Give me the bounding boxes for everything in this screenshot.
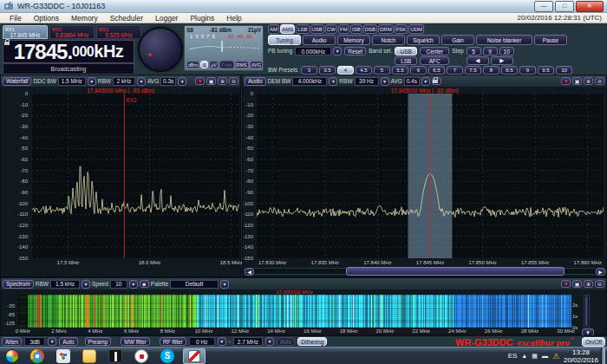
scrollbar-thumb[interactable] — [346, 267, 565, 276]
bw-preset-button[interactable]: 7.5 — [465, 66, 481, 75]
bw-preset-button[interactable]: 3 — [301, 66, 317, 75]
close-button[interactable]: ✕ — [576, 1, 604, 12]
rf-filter-to[interactable]: 2.7 MHz — [233, 337, 263, 346]
wideband-waterfall[interactable] — [17, 295, 571, 328]
onoff-button[interactable]: On/Off — [582, 337, 605, 347]
warning-icon[interactable]: ⚠ — [552, 352, 559, 361]
rf-filter-from[interactable]: 0 Hz — [189, 337, 215, 346]
save-icon[interactable]: ▣ — [206, 77, 216, 85]
language-indicator[interactable]: ES — [508, 352, 518, 360]
mode-button[interactable]: FSK — [395, 24, 408, 34]
pb-tuning-value[interactable]: 0.000kHz — [295, 47, 331, 55]
bw-preset-button[interactable]: 7 — [447, 66, 463, 75]
menu-item[interactable]: Memory — [65, 14, 104, 23]
sideband-button[interactable]: LSB — [395, 56, 417, 65]
lock-icon[interactable] — [432, 77, 441, 85]
mode-button[interactable]: DRM — [378, 24, 394, 34]
bw-preset-button[interactable]: 9.5 — [538, 66, 554, 75]
center-button[interactable]: Center — [420, 47, 449, 55]
waterfall-view-button[interactable]: Waterfall — [3, 77, 31, 86]
chevron-down-icon[interactable]: ▼ — [88, 77, 96, 86]
avg-value[interactable]: 0.3s — [160, 77, 176, 86]
show-desktop-button[interactable] — [601, 348, 605, 364]
menu-item[interactable]: File — [3, 14, 28, 23]
chevron-down-icon[interactable]: ▼ — [381, 77, 389, 86]
preamp-button[interactable]: Preamp — [85, 337, 112, 346]
mode-button[interactable]: CW — [325, 24, 337, 34]
frequency-scrollbar[interactable]: ◀ ▶ — [245, 267, 605, 276]
settings-tab[interactable]: Gain — [441, 35, 474, 45]
taskbar-skype-icon[interactable]: S — [160, 349, 174, 363]
chevron-down-icon[interactable]: ▼ — [82, 280, 90, 289]
step-up-icon[interactable]: ▶ — [491, 56, 513, 65]
marker-icon[interactable]: ▼ — [195, 77, 205, 85]
bw-preset-button[interactable]: 6 — [410, 66, 427, 75]
mode-button[interactable]: AMS — [280, 24, 295, 34]
minimize-button[interactable]: — — [534, 1, 553, 12]
tray-network-icon[interactable]: ▦ — [532, 353, 538, 360]
mode-button[interactable]: ISB — [350, 24, 362, 34]
bw-preset-button[interactable]: 4 — [337, 66, 354, 75]
menu-item[interactable]: Logger — [149, 14, 184, 23]
smeter-unit-button[interactable]: RMS — [235, 61, 249, 68]
mode-button[interactable]: DSB — [363, 24, 377, 34]
settings-tab[interactable]: Memory — [337, 35, 370, 45]
mode-button[interactable]: UDM — [408, 24, 424, 34]
zoom-out-icon[interactable]: ⊖ — [595, 77, 604, 85]
rf-filter-auto-button[interactable]: Auto — [277, 337, 295, 346]
tuning-knob[interactable] — [138, 27, 183, 72]
marker-icon[interactable]: ▼ — [561, 77, 571, 85]
chevron-down-icon[interactable]: ▼ — [178, 77, 186, 86]
chevron-down-icon[interactable]: ▼ — [421, 77, 430, 86]
lock-icon[interactable] — [4, 42, 10, 45]
channel-spectrum-plot[interactable] — [257, 94, 604, 258]
audio-view-button[interactable]: Audio — [245, 77, 266, 86]
atten-auto-button[interactable]: Auto — [59, 337, 77, 346]
taskbar-clock[interactable]: 13:28 20/02/2016 — [564, 348, 601, 364]
zoom-out-icon[interactable]: ⊖ — [595, 280, 604, 288]
menu-item[interactable]: Scheduler — [104, 14, 149, 23]
bw-preset-button[interactable]: 3.5 — [319, 66, 336, 75]
rx-channel-tab[interactable]: RX3 9.525 MHz — [96, 25, 141, 39]
chevron-down-icon[interactable]: ▼ — [329, 77, 337, 86]
taskbar-active-app[interactable] — [183, 348, 206, 364]
marker-icon[interactable]: ▼ — [561, 280, 571, 288]
step-preset-button[interactable]: 10 — [499, 47, 514, 55]
menu-item[interactable]: Help — [220, 14, 247, 23]
settings-tab[interactable]: Notch — [372, 35, 405, 45]
smeter-unit-button[interactable]: AVG — [250, 61, 263, 68]
bw-preset-button[interactable]: 5 — [374, 66, 390, 75]
settings-tab[interactable]: Squelch — [407, 35, 440, 45]
bw-preset-button[interactable]: 8.5 — [501, 66, 518, 75]
rx-channel-tab[interactable]: RX1 17.845 MHz — [3, 25, 48, 39]
ddc-bw-value[interactable]: 1.5 MHz — [58, 77, 86, 86]
rf-filter-button[interactable]: RF filter — [160, 337, 186, 346]
settings-tab[interactable]: Pause — [534, 35, 567, 45]
chevron-down-icon[interactable]: ▼ — [137, 77, 146, 86]
mode-button[interactable]: FM — [338, 24, 349, 34]
chevron-down-icon[interactable]: ▼ — [48, 337, 56, 346]
taskbar-chrome-icon[interactable] — [30, 349, 44, 363]
rbw-value[interactable]: 39 Hz — [355, 77, 379, 86]
smeter-unit-button[interactable]: µV — [209, 61, 219, 68]
scroll-left-icon[interactable]: ◀ — [245, 268, 254, 276]
zoom-out-icon[interactable]: ⊖ — [229, 77, 238, 85]
mw-filter-button[interactable]: MW filter — [121, 337, 150, 346]
chevron-down-icon[interactable]: ▼ — [220, 280, 229, 289]
save-icon[interactable]: ▣ — [572, 77, 582, 85]
avg-value[interactable]: 0.4s — [404, 77, 420, 86]
atten-button[interactable]: Atten — [2, 337, 22, 346]
taskbar-explorer-icon[interactable] — [82, 349, 96, 363]
zoom-in-icon[interactable]: ⊕ — [218, 77, 227, 85]
spectrum-view-button[interactable]: Spectrum — [3, 280, 34, 289]
maximize-button[interactable]: □ — [555, 1, 574, 12]
frequency-display[interactable]: 17845. 000 kHz — [3, 40, 134, 63]
zoom-in-icon[interactable]: ⊕ — [584, 280, 593, 288]
rbw-value[interactable]: 1.5 kHz — [50, 280, 80, 289]
speed-value[interactable]: 10 — [110, 280, 127, 289]
tray-up-icon[interactable]: ▲ — [521, 353, 527, 359]
bw-preset-button[interactable]: 10 — [556, 66, 572, 75]
rbw-value[interactable]: 2 kHz — [113, 77, 135, 86]
scroll-right-icon[interactable]: ▶ — [596, 268, 605, 276]
taskbar-app-icon[interactable] — [108, 349, 122, 363]
